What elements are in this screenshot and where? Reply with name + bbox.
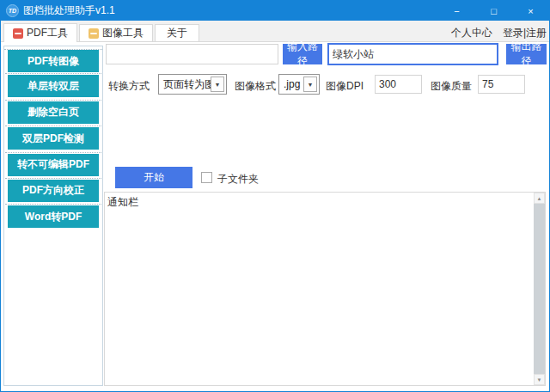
sidebar-item-pdf-orientation-fix[interactable]: PDF方向校正: [8, 180, 99, 202]
sidebar-item-delete-blank-pages[interactable]: 删除空白页: [8, 101, 99, 124]
minimize-button[interactable]: −: [438, 1, 475, 21]
tab-label: 关于: [167, 26, 187, 40]
scroll-down-icon[interactable]: ▼: [534, 374, 545, 385]
sidebar-item-pdf-to-image[interactable]: PDF转图像: [8, 50, 99, 72]
sidebar-item-to-uneditable-pdf[interactable]: 转不可编辑PDF: [8, 154, 99, 176]
account-links: 个人中心 登录|注册: [451, 24, 547, 41]
output-path-button[interactable]: 输出路径: [506, 44, 547, 64]
app-logo-icon: TD: [6, 4, 19, 17]
image-format-select[interactable]: .jpg ▼: [278, 74, 320, 95]
sidebar-row: 删除空白页: [4, 101, 102, 127]
pdf-file-icon: [13, 28, 23, 39]
sidebar-row: 转不可编辑PDF: [4, 154, 102, 180]
vertical-scrollbar[interactable]: ▲ ▼: [534, 193, 545, 385]
image-file-icon: [89, 28, 99, 39]
convert-mode-value: 页面转为图像: [159, 77, 211, 92]
personal-center-link[interactable]: 个人中心: [451, 26, 492, 40]
sidebar-row: Word转PDF: [4, 205, 102, 231]
sidebar-item-double-layer-pdf-detect[interactable]: 双层PDF检测: [8, 127, 99, 150]
chevron-down-icon: ▼: [211, 77, 224, 92]
title-bar: TD 图档批处理助手v1.1 − □ ×: [1, 1, 549, 21]
sidebar: PDF转图像 单层转双层 删除空白页 双层PDF检测 转不可编辑PDF PDF方…: [3, 46, 103, 386]
sidebar-row: 双层PDF检测: [4, 127, 102, 153]
output-path-field[interactable]: [327, 43, 498, 65]
maximize-button[interactable]: □: [475, 1, 512, 21]
sidebar-item-single-to-double-layer[interactable]: 单层转双层: [8, 75, 99, 97]
window-title: 图档批处理助手v1.1: [23, 3, 115, 18]
notification-text: 通知栏: [107, 195, 138, 210]
tab-about[interactable]: 关于: [155, 24, 199, 41]
login-register-link[interactable]: 登录|注册: [503, 26, 547, 40]
image-dpi-label: 图像DPI: [326, 79, 364, 94]
sidebar-item-word-to-pdf[interactable]: Word转PDF: [8, 205, 99, 228]
sidebar-row: PDF转图像: [4, 49, 102, 75]
image-quality-label: 图像质量: [431, 79, 472, 94]
tab-label: PDF工具: [27, 26, 68, 40]
app-window: TD 图档批处理助手v1.1 − □ × PDF工具 图像工具 关于 个人中心 …: [0, 0, 550, 392]
convert-mode-select[interactable]: 页面转为图像 ▼: [158, 74, 227, 95]
subfolder-label: 子文件夹: [217, 172, 259, 187]
tab-bar: PDF工具 图像工具 关于 个人中心 登录|注册: [1, 21, 549, 42]
image-dpi-field[interactable]: [375, 75, 422, 94]
sidebar-row: PDF方向校正: [4, 180, 102, 205]
chevron-down-icon: ▼: [303, 77, 317, 92]
convert-mode-label: 转换方式: [108, 79, 150, 94]
image-format-value: .jpg: [279, 78, 303, 90]
notification-area[interactable]: 通知栏 ▲ ▼: [104, 192, 546, 386]
input-path-button[interactable]: 输入路径: [283, 44, 322, 64]
close-button[interactable]: ×: [512, 1, 549, 21]
image-quality-field[interactable]: [478, 75, 525, 94]
tab-label: 图像工具: [102, 26, 144, 40]
tab-pdf-tools[interactable]: PDF工具: [3, 23, 77, 42]
image-format-label: 图像格式: [235, 79, 276, 94]
tab-image-tools[interactable]: 图像工具: [79, 24, 153, 41]
sidebar-row: 单层转双层: [4, 75, 102, 101]
scroll-up-icon[interactable]: ▲: [534, 193, 545, 204]
window-controls: − □ ×: [438, 1, 549, 21]
subfolder-checkbox[interactable]: [201, 172, 212, 183]
input-path-field[interactable]: [106, 44, 278, 64]
start-button[interactable]: 开始: [115, 167, 192, 188]
